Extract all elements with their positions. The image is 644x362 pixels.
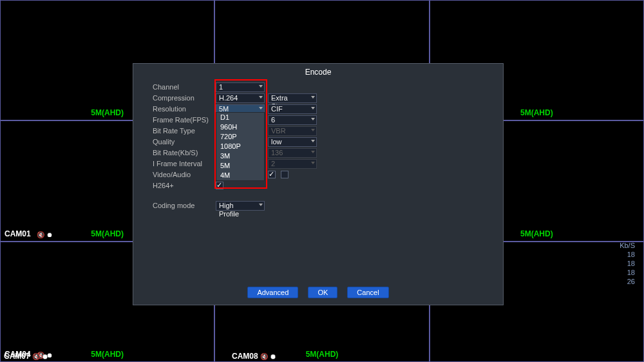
- chevron-down-icon: [311, 129, 315, 131]
- label-bitrate: Bit Rate(Kb/S): [153, 149, 216, 157]
- dropdown-option[interactable]: 5M: [216, 161, 264, 171]
- dropdown-option[interactable]: D1: [216, 113, 264, 122]
- dropdown-option[interactable]: 1080P: [216, 142, 264, 151]
- extra-fps-select[interactable]: 6: [268, 115, 317, 125]
- label-iframe: I Frame Interval: [153, 160, 216, 167]
- chevron-down-icon: [311, 107, 315, 110]
- label-quality: Quality: [153, 138, 216, 146]
- dialog-buttons: Advanced OK Cancel: [133, 287, 503, 298]
- form-area: Channel 1 Compression H.264 Extra Stream…: [133, 79, 503, 211]
- extra-resolution-select[interactable]: CIF: [268, 104, 317, 114]
- stats-row: 18: [620, 268, 635, 277]
- label-channel: Channel: [153, 83, 216, 91]
- chevron-down-icon: [311, 140, 315, 142]
- chevron-down-icon: [311, 96, 315, 99]
- dropdown-option[interactable]: 720P: [216, 132, 264, 142]
- label-va: Video/Audio: [153, 171, 216, 178]
- cam-label: CAM01: [5, 229, 31, 238]
- label-resolution: Resolution: [153, 105, 216, 113]
- ok-button[interactable]: OK: [308, 287, 337, 298]
- res-label: 5M(AHD): [91, 229, 124, 238]
- encode-dialog: Encode Channel 1 Compression H.264 Extra…: [133, 63, 504, 305]
- audio-rec-icon: 🔇 ⏺: [32, 353, 48, 360]
- audio-checkbox[interactable]: [281, 171, 289, 178]
- coding-select[interactable]: High Profile: [216, 201, 265, 211]
- label-coding: Coding mode: [153, 202, 216, 209]
- extra-brtype-select[interactable]: VBR: [268, 126, 317, 136]
- label-compression: Compression: [153, 94, 216, 102]
- dropdown-option[interactable]: 3M: [216, 151, 264, 161]
- res-label: 5M(AHD): [520, 108, 553, 117]
- chevron-down-icon: [259, 107, 263, 110]
- cam-label: CAM08 🔇 ⏺: [232, 352, 276, 361]
- extra-compression-select[interactable]: Extra Stream: [268, 93, 317, 103]
- stats-header: Kb/S: [620, 241, 635, 250]
- cancel-button[interactable]: Cancel: [347, 287, 388, 298]
- chevron-down-icon: [259, 96, 263, 99]
- extra-iframe-select[interactable]: 2: [268, 159, 317, 169]
- audio-rec-icon: 🔇 ⏺: [37, 231, 53, 238]
- cam-label: CAM07 🔇 ⏺: [4, 352, 48, 361]
- dialog-title: Encode: [133, 64, 503, 79]
- audio-rec-icon: 🔇 ⏺: [260, 353, 276, 360]
- chevron-down-icon: [259, 204, 263, 206]
- chevron-down-icon: [311, 118, 315, 120]
- chevron-down-icon: [259, 85, 263, 88]
- bitrate-stats: Kb/S 18 18 18 26: [620, 241, 635, 286]
- dropdown-option[interactable]: 4M: [216, 171, 264, 180]
- compression-select[interactable]: H.264: [216, 93, 265, 103]
- extra-quality-select[interactable]: low: [268, 137, 317, 147]
- video-checkbox[interactable]: [268, 171, 276, 178]
- stats-row: 26: [620, 277, 635, 286]
- label-fps: Frame Rate(FPS): [153, 116, 216, 124]
- stats-row: 18: [620, 259, 635, 268]
- advanced-button[interactable]: Advanced: [247, 287, 298, 298]
- res-label: 5M(AHD): [520, 229, 553, 238]
- resolution-dropdown-list[interactable]: D1 960H 720P 1080P 3M 5M 4M: [216, 112, 265, 181]
- channel-select[interactable]: 1: [216, 82, 265, 92]
- res-label: 5M(AHD): [91, 108, 124, 117]
- extra-bitrate-select[interactable]: 136: [268, 148, 317, 158]
- stats-row: 18: [620, 250, 635, 259]
- res-label: 5M(AHD): [306, 350, 339, 359]
- label-brtype: Bit Rate Type: [153, 127, 216, 135]
- label-h264p: H264+: [153, 182, 216, 189]
- chevron-down-icon: [311, 151, 315, 153]
- res-label: 5M(AHD): [91, 350, 124, 359]
- h264p-checkbox[interactable]: [216, 182, 223, 189]
- dropdown-option[interactable]: 960H: [216, 122, 264, 132]
- chevron-down-icon: [311, 162, 315, 164]
